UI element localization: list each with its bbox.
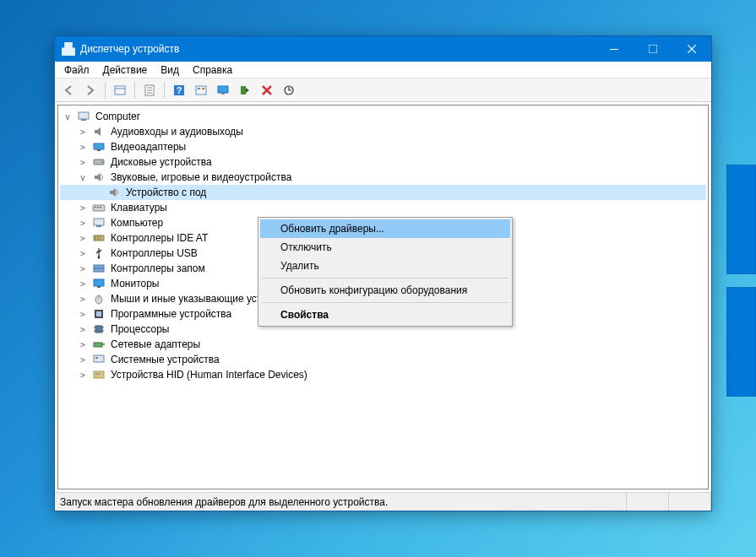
ctx-properties[interactable]: Свойства	[260, 306, 510, 324]
forward-button[interactable]	[80, 81, 101, 100]
properties-button[interactable]	[139, 81, 160, 100]
software-device-icon	[92, 307, 106, 321]
tree-item-label: Программные устройства	[109, 308, 233, 320]
svg-rect-4	[115, 86, 125, 95]
expand-toggle-icon[interactable]: >	[77, 355, 89, 365]
ctx-scan-hardware[interactable]: Обновить конфигурацию оборудования	[260, 281, 510, 300]
svg-rect-39	[94, 268, 104, 272]
tree-item-label: Устройство с под	[124, 187, 208, 198]
expand-toggle-icon[interactable]: >	[77, 340, 89, 349]
svg-rect-29	[97, 207, 99, 208]
tree-category[interactable]: > Сетевые адаптеры	[60, 337, 706, 352]
desktop-tile	[726, 287, 756, 397]
expand-toggle-icon[interactable]: >	[77, 158, 89, 167]
svg-rect-15	[218, 86, 228, 93]
ctx-separator	[262, 278, 509, 278]
expand-toggle-icon[interactable]: >	[77, 127, 89, 137]
expand-toggle-icon[interactable]: >	[77, 249, 89, 258]
computer-icon	[92, 216, 106, 230]
enable-button[interactable]	[235, 81, 255, 100]
svg-rect-45	[96, 311, 101, 316]
sound-device-icon	[107, 186, 121, 199]
tree-category[interactable]: > Аудиовходы и аудиовыходы	[60, 124, 706, 139]
svg-rect-57	[98, 373, 100, 375]
expand-toggle-icon[interactable]: >	[77, 370, 89, 380]
svg-rect-27	[93, 205, 105, 211]
tree-category[interactable]: > Системные устройства	[60, 352, 706, 367]
tree-category[interactable]: > Видеоадаптеры	[60, 139, 706, 154]
menu-view[interactable]: Вид	[155, 62, 185, 78]
expand-toggle-icon[interactable]: >	[77, 143, 89, 152]
ctx-separator	[262, 302, 509, 303]
tree-root-label: Computer	[94, 111, 142, 122]
svg-rect-28	[95, 207, 96, 208]
desktop-tiles	[726, 165, 756, 409]
statusbar: Запуск мастера обновления драйверов для …	[55, 492, 711, 511]
tree-item-label: Звуковые, игровые и видеоустройства	[109, 171, 293, 183]
storage-controller-icon	[92, 262, 106, 275]
scan-button[interactable]	[191, 81, 211, 100]
expand-toggle-icon[interactable]: v	[62, 112, 73, 122]
toolbar-separator	[164, 82, 165, 99]
menu-help[interactable]: Справка	[187, 62, 238, 78]
expand-toggle-icon[interactable]: >	[77, 234, 89, 243]
system-device-icon	[92, 353, 106, 366]
tree-item-label: Процессоры	[109, 323, 171, 335]
menu-file[interactable]: Файл	[58, 62, 95, 78]
svg-rect-41	[97, 286, 101, 288]
usb-controller-icon	[92, 246, 106, 260]
maximize-button[interactable]	[634, 36, 672, 62]
window-title: Диспетчер устройств	[80, 43, 179, 55]
expand-toggle-icon[interactable]: v	[77, 173, 89, 182]
svg-rect-46	[95, 326, 102, 333]
toolbar: ?	[55, 78, 711, 102]
help-button[interactable]: ?	[169, 81, 189, 100]
ctx-disable[interactable]: Отключить	[260, 238, 510, 257]
tree-item-label: Контроллеры IDE AT	[109, 232, 209, 244]
update-button[interactable]	[279, 81, 299, 100]
ctx-remove[interactable]: Удалить	[260, 257, 510, 275]
disk-drive-icon	[92, 155, 106, 169]
desktop-tile	[726, 165, 756, 274]
device-manager-window: Диспетчер устройств Файл Действие Вид Сп…	[54, 35, 712, 511]
menu-action[interactable]: Действие	[97, 62, 154, 78]
svg-text:?: ?	[177, 85, 182, 95]
svg-rect-23	[94, 143, 104, 149]
svg-rect-17	[241, 86, 246, 95]
svg-rect-31	[94, 219, 104, 225]
expand-toggle-icon[interactable]: >	[77, 310, 89, 319]
tree-device-selected[interactable]: Устройство с под	[60, 185, 706, 200]
mouse-icon	[92, 292, 106, 306]
tree-category[interactable]: v Звуковые, игровые и видеоустройства	[60, 170, 706, 185]
show-hidden-button[interactable]	[110, 81, 130, 100]
tree-category[interactable]: > Клавиатуры	[60, 200, 706, 215]
titlebar[interactable]: Диспетчер устройств	[55, 36, 711, 62]
ctx-update-drivers[interactable]: Обновить драйверы...	[260, 219, 510, 238]
svg-point-26	[101, 161, 103, 163]
tree-category[interactable]: > Устройства HID (Human Interface Device…	[60, 367, 706, 382]
expand-toggle-icon[interactable]: >	[77, 203, 89, 213]
toolbar-separator	[105, 82, 106, 99]
expand-toggle-icon[interactable]: >	[77, 325, 89, 334]
ide-controller-icon	[92, 231, 106, 245]
svg-rect-38	[94, 265, 104, 268]
close-button[interactable]	[672, 36, 711, 62]
svg-point-37	[98, 257, 101, 259]
svg-rect-30	[100, 207, 101, 208]
svg-rect-53	[94, 355, 104, 362]
expand-toggle-icon[interactable]: >	[77, 264, 89, 273]
back-button[interactable]	[58, 81, 79, 100]
minimize-button[interactable]	[595, 36, 634, 62]
menubar: Файл Действие Вид Справка	[55, 62, 711, 78]
svg-rect-32	[96, 225, 101, 227]
uninstall-button[interactable]	[257, 81, 277, 100]
tree-root[interactable]: v Computer	[60, 109, 706, 124]
expand-toggle-icon[interactable]: >	[77, 219, 89, 228]
expand-toggle-icon[interactable]: >	[77, 279, 89, 289]
tree-item-label: Устройства HID (Human Interface Devices)	[109, 369, 309, 381]
svg-rect-21	[79, 112, 89, 119]
monitor-button[interactable]	[213, 81, 233, 100]
tree-item-label: Аудиовходы и аудиовыходы	[109, 126, 245, 138]
expand-toggle-icon[interactable]: >	[77, 295, 89, 304]
tree-category[interactable]: > Дисковые устройства	[60, 154, 706, 170]
